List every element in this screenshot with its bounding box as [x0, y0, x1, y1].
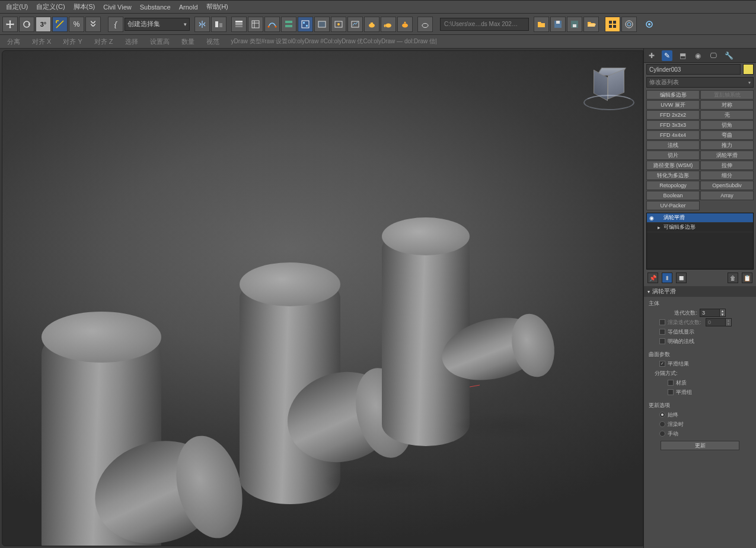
mod-btn[interactable]: Boolean — [646, 191, 700, 200]
project-icon[interactable] — [583, 17, 599, 32]
rendered-frame-icon[interactable] — [347, 17, 363, 32]
mod-btn[interactable]: 路径变形 (WSM) — [646, 161, 700, 170]
mod-btn[interactable]: 壳 — [700, 110, 754, 120]
viewcube[interactable] — [586, 62, 632, 108]
make-unique-icon[interactable]: 🔲 — [676, 273, 687, 283]
mod-btn[interactable]: 弯曲 — [700, 130, 754, 140]
ribbon-item[interactable]: 对齐 Z — [94, 37, 113, 46]
ribbon-item[interactable]: 选择 — [125, 37, 138, 46]
snap-toggle-icon[interactable] — [52, 17, 68, 32]
render-setup-icon[interactable] — [331, 17, 346, 32]
pin-stack-icon[interactable]: 📌 — [647, 273, 658, 283]
menu-item[interactable]: Arnold — [176, 2, 202, 12]
mod-btn[interactable]: 推力 — [700, 140, 754, 150]
ribbon-item[interactable]: 对齐 Y — [63, 37, 82, 46]
by-smooth-checkbox[interactable] — [668, 389, 674, 395]
modify-tab-icon[interactable]: ✎ — [662, 50, 672, 61]
named-sel-icon[interactable]: { — [108, 17, 123, 32]
isoline-checkbox[interactable] — [659, 329, 665, 335]
mod-btn[interactable]: 拉伸 — [700, 161, 754, 170]
mod-btn[interactable]: UV-Packer — [646, 201, 700, 210]
angle-snap-button[interactable]: 3° — [36, 17, 51, 32]
settings-icon[interactable] — [642, 17, 657, 32]
selection-set-dropdown[interactable]: 创建选择集 — [125, 18, 190, 31]
mod-btn[interactable]: FFD 3x3x3 — [646, 120, 700, 130]
motion-tab-icon[interactable]: ◉ — [693, 50, 703, 61]
stack-item-editable-poly[interactable]: ▸可编辑多边形 — [647, 223, 753, 232]
align-icon[interactable] — [211, 17, 227, 32]
curve-editor-icon[interactable] — [264, 17, 280, 32]
teapot2-icon[interactable] — [381, 17, 396, 32]
configure-sets-icon[interactable]: 📋 — [742, 273, 752, 283]
create-tab-icon[interactable]: ✚ — [646, 50, 657, 61]
mod-btn[interactable]: 转化为多边形 — [646, 171, 700, 180]
layer-explorer-icon[interactable] — [231, 17, 247, 32]
percent-snap-icon[interactable]: % — [69, 17, 84, 32]
ribbon-item[interactable]: 数量 — [181, 37, 194, 46]
ribbon-item[interactable]: 分离 — [7, 37, 20, 46]
smooth-result-checkbox[interactable]: ✓ — [659, 361, 665, 367]
project-path[interactable]: C:\Users\xe…ds Max 202… — [440, 18, 529, 31]
mod-btn[interactable]: 涡轮平滑 — [700, 150, 754, 160]
viewport[interactable] — [2, 50, 643, 546]
update-button[interactable]: 更新 — [661, 441, 739, 450]
mod-btn[interactable]: FFD 4x4x4 — [646, 130, 700, 140]
update-manual-radio[interactable] — [659, 431, 665, 437]
mod-btn[interactable]: 编辑多边形 — [646, 90, 700, 100]
mirror-icon[interactable] — [194, 17, 210, 32]
remove-modifier-icon[interactable]: 🗑 — [728, 273, 738, 283]
update-render-radio[interactable] — [659, 421, 665, 427]
mod-btn[interactable]: 对称 — [700, 100, 754, 110]
menu-item[interactable]: 自定义(C) — [33, 1, 68, 12]
move-tool-icon[interactable] — [2, 17, 18, 32]
toggle-ribbon-icon[interactable] — [248, 17, 263, 32]
mod-btn[interactable]: UVW 展开 — [646, 100, 700, 110]
iterations-spinner[interactable]: 3▲▼ — [700, 309, 726, 317]
mod-btn[interactable]: 切片 — [646, 150, 700, 160]
utilities-tab-icon[interactable]: 🔧 — [723, 50, 734, 61]
material-icon[interactable] — [314, 17, 330, 32]
object-color-swatch[interactable] — [743, 64, 754, 75]
modifier-stack[interactable]: ◉涡轮平滑 ▸可编辑多边形 — [646, 213, 754, 270]
visibility-icon[interactable]: ◉ — [649, 215, 656, 221]
object-name-input[interactable] — [646, 64, 741, 75]
mod-btn[interactable]: Retopology — [646, 181, 700, 190]
display-tab-icon[interactable]: 🖵 — [708, 50, 719, 61]
update-always-radio[interactable] — [659, 412, 665, 418]
menu-item[interactable]: Substance — [136, 2, 174, 12]
ribbon-item[interactable]: 视范 — [206, 37, 219, 46]
menu-item[interactable]: 帮助(H) — [203, 1, 232, 12]
by-material-checkbox[interactable] — [668, 380, 674, 386]
ribbon-item[interactable]: 设置高 — [150, 37, 170, 46]
teapot1-icon[interactable] — [364, 17, 379, 32]
spinner-snap-icon[interactable] — [85, 17, 101, 32]
menu-item[interactable]: 自定(U) — [2, 1, 31, 12]
teapot3-icon[interactable] — [397, 17, 413, 32]
viewport-layout-icon[interactable] — [605, 17, 620, 32]
teapot-outline-icon[interactable] — [417, 17, 433, 32]
rollout-header[interactable]: 涡轮平滑 — [644, 286, 756, 297]
mod-btn[interactable]: 法线 — [646, 140, 700, 150]
safe-frame-icon[interactable] — [621, 17, 637, 32]
menu-item[interactable]: 脚本(S) — [70, 1, 99, 12]
hierarchy-tab-icon[interactable]: ⬒ — [677, 50, 688, 61]
mod-btn[interactable]: 细分 — [700, 171, 754, 180]
mod-btn[interactable]: 置乱轴系统 — [700, 90, 754, 100]
stack-item-turbosmooth[interactable]: ◉涡轮平滑 — [647, 213, 753, 223]
menu-item[interactable]: Civil View — [100, 2, 135, 12]
ribbon-item[interactable]: 对齐 X — [32, 37, 51, 46]
dope-sheet-icon[interactable] — [298, 17, 313, 32]
ribbon-item[interactable]: yDraw 类型#raw 设置ol0:olyDraw #Col:olyDraw … — [231, 37, 437, 46]
explicit-normals-checkbox[interactable] — [659, 338, 665, 344]
render-iter-checkbox[interactable] — [659, 319, 665, 325]
show-end-result-icon[interactable]: ⬍ — [662, 273, 672, 283]
mod-btn[interactable]: FFD 2x2x2 — [646, 110, 700, 120]
mod-btn[interactable]: Array — [700, 191, 754, 200]
rotate-tool-icon[interactable] — [19, 17, 34, 32]
mod-btn[interactable]: OpenSubdiv — [700, 181, 754, 190]
save-icon[interactable] — [550, 17, 566, 32]
modifier-list-dropdown[interactable]: 修改器列表 — [646, 77, 754, 88]
render-iter-spinner[interactable]: 0▲▼ — [706, 318, 732, 326]
open-icon[interactable] — [534, 17, 549, 32]
autosave-icon[interactable] — [567, 17, 582, 32]
